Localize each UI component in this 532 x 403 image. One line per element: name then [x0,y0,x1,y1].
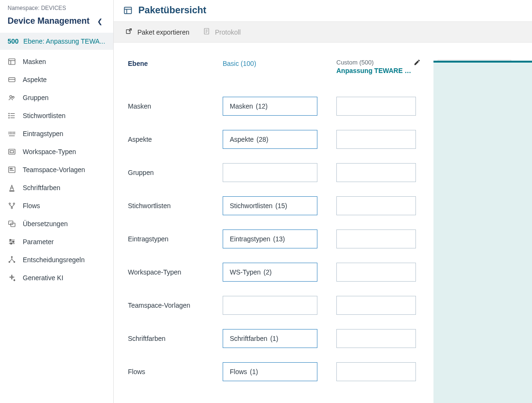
barcode-icon [8,129,16,138]
sidebar-item-workspace-typen[interactable]: Workspace-Typen [0,143,113,161]
cell-label: Masken [230,102,253,110]
svg-point-6 [12,96,14,98]
svg-point-12 [9,118,9,119]
template-icon [8,165,16,174]
cell-label: Schriftfarben [230,335,267,342]
custom-cell-gruppen[interactable] [336,163,416,182]
svg-point-35 [10,239,11,241]
row-label: Flows [128,368,213,376]
custom-column-title: Anpassung TEWARE INH… [336,67,412,74]
cell-count: (12) [256,102,268,110]
sidebar-item-label: Aspekte [23,76,47,83]
row-label: Eintragstypen [128,235,213,243]
row-label: Aspekte [128,136,213,143]
svg-rect-20 [10,151,14,153]
svg-point-28 [13,203,15,204]
sidebar-item-eintragstypen[interactable]: Eintragstypen [0,125,113,143]
export-label: Paket exportieren [137,28,189,36]
toolbar: Paket exportieren Protokoll [114,21,532,43]
sidebar-item-parameter[interactable]: Parameter [0,233,113,251]
basic-cell-masken[interactable]: Masken (12) [223,97,317,116]
sidebar-item-label: Übersetzungen [23,220,68,228]
collapse-sidebar-button[interactable]: ❮ [94,17,106,26]
basic-cell-teamspace-vorlagen[interactable] [223,296,317,315]
main-area: Paketübersicht Paket exportieren Protoko… [114,0,532,403]
sidebar-item-aspekte[interactable]: Aspekte [0,71,113,89]
row-label: Stichwortlisten [128,202,213,210]
row-label: Schriftfarben [128,335,213,342]
cell-count: (1) [250,368,258,376]
sidebar-item-label: Teamspace-Vorlagen [23,166,85,174]
sidebar-level-banner[interactable]: 500 Ebene: Anpassung TEWA... [0,33,113,50]
svg-point-10 [9,113,9,114]
sidebar-item-gruppen[interactable]: Gruppen [0,89,113,107]
cell-label: Flows [230,368,247,376]
protocol-label: Protokoll [215,28,241,36]
basic-cell-aspekte[interactable]: Aspekte (28) [223,130,317,149]
custom-cell-workspace-typen[interactable] [336,263,416,282]
column-header-custom[interactable]: Custom (500) Anpassung TEWARE INH… [327,54,426,82]
page-title: Paketübersicht [138,5,206,16]
package-overview-icon [123,6,133,15]
cell-label: Eintragstypen [230,235,271,243]
custom-cell-aspekte[interactable] [336,130,416,149]
custom-cell-masken[interactable] [336,97,416,116]
cell-count: (1) [270,335,278,342]
column-header-ebene: Ebene [128,54,213,76]
svg-point-37 [10,243,12,244]
level-label: Ebene: Anpassung TEWA... [23,37,106,45]
sidebar-item-entscheidungsregeln[interactable]: Entscheidungsregeln [0,251,113,269]
basic-cell-flows[interactable]: Flows (1) [223,362,317,381]
sidebar-item-label: Entscheidungsregeln [23,256,85,264]
row-label: Teamspace-Vorlagen [128,302,213,309]
sidebar-item-label: Parameter [23,238,54,246]
svg-point-22 [10,168,11,169]
svg-rect-21 [9,167,15,173]
svg-point-27 [9,203,10,204]
sidebar-item-uebersetzungen[interactable]: Übersetzungen [0,215,113,233]
protocol-button[interactable]: Protokoll [203,27,241,37]
custom-cell-flows[interactable] [336,362,416,381]
basic-cell-gruppen[interactable] [223,163,317,182]
basic-cell-workspace-typen[interactable]: WS-Typen (2) [223,263,317,282]
sidebar-item-flows[interactable]: Flows [0,197,113,215]
svg-rect-3 [9,78,15,82]
cell-label: WS-Typen [230,268,261,276]
custom-cell-stichwortlisten[interactable] [336,196,416,215]
svg-point-29 [11,207,13,209]
svg-rect-41 [125,7,132,13]
svg-point-5 [10,96,12,98]
namespace-label: Namespace: DEVICES [0,0,113,14]
sidebar-item-label: Workspace-Typen [23,148,76,156]
basic-cell-schriftfarben[interactable]: Schriftfarben (1) [223,329,317,348]
custom-cell-eintragstypen[interactable] [336,229,416,248]
basic-cell-stichwortlisten[interactable]: Stichwortlisten (15) [223,196,317,215]
sidebar-item-generative-ki[interactable]: Generative KI [0,269,113,287]
sidebar: Namespace: DEVICES Device Management ❮ 5… [0,0,114,403]
edit-custom-column-button[interactable] [414,59,421,67]
sidebar-item-masken[interactable]: Masken [0,53,113,71]
export-package-button[interactable]: Paket exportieren [125,27,189,37]
custom-cell-schriftfarben[interactable] [336,329,416,348]
sidebar-nav: Masken Aspekte Gruppen Stichwortlisten [0,50,113,287]
custom-column-sub: Custom (500) [336,59,420,66]
sidebar-item-stichwortlisten[interactable]: Stichwortlisten [0,107,113,125]
svg-rect-19 [9,149,15,155]
sidebar-item-schriftfarben[interactable]: Schriftfarben [0,179,113,197]
column-header-basic[interactable]: Basic (100) [223,54,317,76]
decision-icon [8,256,16,264]
sidebar-item-teamspace-vorlagen[interactable]: Teamspace-Vorlagen [0,161,113,179]
workspace-icon [8,147,16,156]
users-icon [8,93,16,102]
row-label: Workspace-Typen [128,268,213,276]
basic-cell-eintragstypen[interactable]: Eintragstypen (13) [223,229,317,248]
custom-cell-teamspace-vorlagen[interactable] [336,296,416,315]
row-label: Gruppen [128,169,213,176]
translate-icon [8,220,16,228]
sidebar-item-label: Masken [23,58,46,65]
cell-count: (28) [257,136,269,143]
cell-label: Aspekte [230,136,254,143]
custom-column-highlight [433,61,532,403]
sidebar-item-label: Stichwortlisten [23,112,65,119]
cell-count: (13) [273,235,285,243]
